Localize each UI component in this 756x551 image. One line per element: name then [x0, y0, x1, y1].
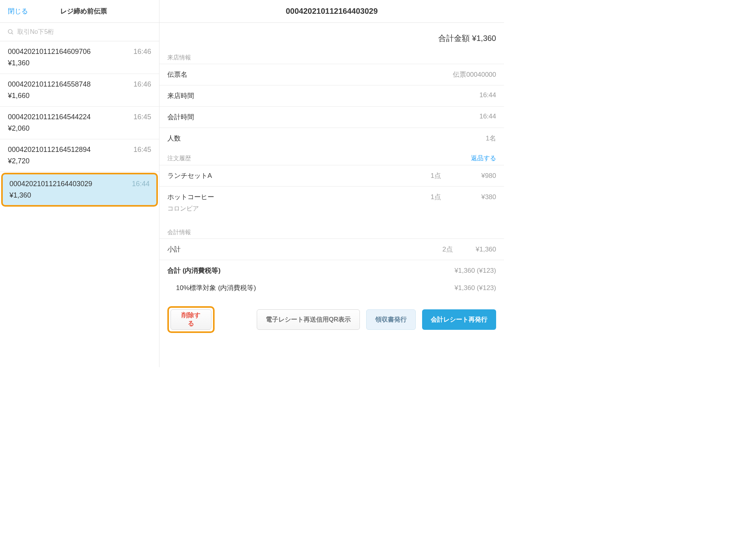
detail-pane: 000420210112164403029 合計金額 ¥1,360 来店情報 伝…: [159, 0, 504, 367]
qty: 2点: [406, 245, 453, 254]
row-slip-name: 伝票名 伝票00040000: [159, 64, 504, 85]
transaction-item[interactable]: 00042021011216454422416:45 ¥2,060: [0, 107, 159, 139]
transaction-time: 16:46: [133, 80, 151, 89]
label: 小計: [167, 245, 406, 254]
sidebar-title: レジ締め前伝票: [16, 7, 151, 16]
transaction-amount: ¥1,360: [9, 191, 150, 200]
transaction-amount: ¥2,060: [8, 124, 151, 133]
section-order-history: 注文履歴 返品する: [159, 149, 504, 165]
value: ¥1,360 (¥123): [417, 284, 496, 292]
label: 人数: [167, 134, 181, 143]
transaction-item[interactable]: 00042021011216451289416:45 ¥2,720: [0, 139, 159, 172]
transaction-amount: ¥1,660: [8, 92, 151, 100]
row-total: 合計 (内消費税等) ¥1,360 (¥123): [159, 260, 504, 281]
sidebar-topbar: 閉じる レジ締め前伝票: [0, 0, 159, 23]
svg-point-0: [8, 30, 12, 33]
search-input[interactable]: [17, 28, 152, 35]
order-qty: 1点: [394, 171, 441, 180]
delete-highlight: 削除する: [167, 306, 215, 333]
transaction-id: 000420210112164512894: [8, 146, 91, 154]
total-amount: 合計金額 ¥1,360: [159, 23, 504, 48]
order-price: ¥980: [441, 172, 496, 180]
section-visit-info: 来店情報: [159, 48, 504, 64]
transaction-time: 16:45: [133, 146, 151, 154]
row-visit-time: 来店時間 16:44: [159, 85, 504, 106]
order-row: ランチセットA 1点 ¥980: [159, 165, 504, 186]
value: 伝票00040000: [453, 70, 496, 79]
svg-line-1: [11, 33, 13, 34]
return-button[interactable]: 返品する: [471, 154, 496, 163]
row-checkout-time: 会計時間 16:44: [159, 106, 504, 128]
order-name: ランチセットA: [167, 171, 394, 180]
order-variant: コロンビア: [159, 203, 504, 218]
value: 1名: [486, 134, 496, 143]
row-people: 人数 1名: [159, 128, 504, 149]
transaction-item[interactable]: 00042021011216455874816:46 ¥1,660: [0, 74, 159, 107]
delete-button[interactable]: 削除する: [170, 309, 211, 330]
order-qty: 1点: [394, 192, 441, 202]
label: 伝票名: [167, 70, 187, 79]
transaction-list: 00042021011216460970616:46 ¥1,360 000420…: [0, 41, 159, 367]
transaction-item[interactable]: 00042021011216460970616:46 ¥1,360: [0, 41, 159, 74]
value: 16:44: [479, 113, 496, 122]
value: ¥1,360: [453, 246, 496, 253]
row-subtotal: 小計 2点 ¥1,360: [159, 239, 504, 260]
search-icon: [7, 28, 14, 35]
transaction-id: 000420210112164558748: [8, 80, 91, 89]
value: 16:44: [479, 91, 496, 100]
order-price: ¥380: [441, 193, 496, 201]
qr-button[interactable]: 電子レシート再送信用QR表示: [257, 309, 360, 330]
transaction-item-selected[interactable]: 00042021011216440302916:44 ¥1,360: [1, 173, 158, 207]
order-name: ホットコーヒー: [167, 192, 394, 202]
action-bar: 削除する 電子レシート再送信用QR表示 領収書発行 会計レシート再発行: [159, 298, 504, 341]
transaction-amount: ¥2,720: [8, 157, 151, 165]
order-row: ホットコーヒー 1点 ¥380: [159, 186, 504, 203]
label: 会計時間: [167, 113, 194, 122]
section-payment-info: 会計情報: [159, 218, 504, 239]
sidebar: 閉じる レジ締め前伝票 00042021011216460970616:46 ¥…: [0, 0, 159, 367]
detail-header: 000420210112164403029: [159, 0, 504, 23]
receipt-button[interactable]: 領収書発行: [366, 309, 416, 330]
search-wrap: [0, 23, 159, 41]
label: 10%標準対象 (内消費税等): [167, 283, 417, 292]
label: 合計 (内消費税等): [167, 266, 417, 275]
label: 来店時間: [167, 91, 194, 100]
transaction-id: 000420210112164544224: [8, 113, 91, 121]
transaction-time: 16:46: [133, 48, 151, 56]
transaction-amount: ¥1,360: [8, 59, 151, 67]
value: ¥1,360 (¥123): [417, 267, 496, 275]
transaction-id: 000420210112164609706: [8, 48, 91, 56]
transaction-time: 16:45: [133, 113, 151, 121]
row-tax: 10%標準対象 (内消費税等) ¥1,360 (¥123): [159, 281, 504, 298]
transaction-time: 16:44: [132, 180, 150, 188]
transaction-id: 000420210112164403029: [9, 180, 92, 188]
reissue-button[interactable]: 会計レシート再発行: [422, 309, 496, 330]
section-label: 注文履歴: [167, 155, 191, 162]
